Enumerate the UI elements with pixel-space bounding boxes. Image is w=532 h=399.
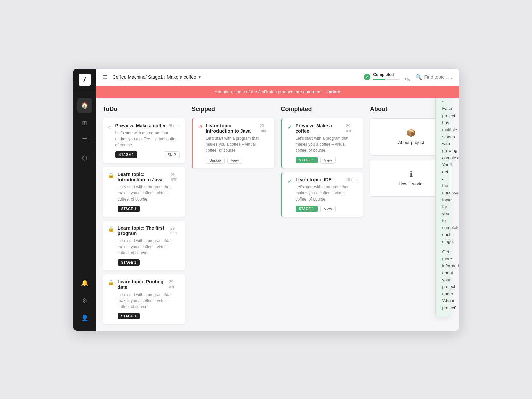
stage-button[interactable]: STAGE 1 [118,259,140,266]
column-skipped: Scipped ↺ Learn topic: Introduction to J… [192,106,274,324]
sidebar-item-settings[interactable]: ⚙ [77,293,92,308]
progress-bar-fill [373,79,385,80]
card-title: Learn topic: Printing data 29 min [118,279,180,290]
card-title-text: Preview: Make a coffee [296,123,346,134]
header: ☰ Coffee Machine/ Stage1 : Make a coffee… [96,69,459,86]
card-desc: Let's start with a program that makes yo… [296,135,358,153]
lock-icon: 🔒 [108,172,114,178]
tooltip-popup: × Yey! The project is selected 😊 . Each … [435,98,449,317]
completed-check-icon: ✓ [364,74,370,80]
breadcrumb: Coffee Machine/ Stage1 : Make a coffee ▼ [113,74,360,80]
card-title: Preview: Make a coffee 29 min [296,123,358,134]
todo-card-4: 🔒 Learn topic: Printing data 29 min Let'… [103,274,185,324]
view-button[interactable]: View [227,157,243,164]
todo-card-3: 🔒 Learn topic: The first program 29 min … [103,221,185,270]
card-actions: STAGE 1 [118,313,180,319]
completed-label: Completed [373,72,410,77]
completed-card-2: ✓ Learn topic: IDE 29 min Let's start wi… [281,172,364,217]
card-title: Learn topic: IDE 29 min [296,177,358,182]
card-content: Preview: Make a coffee 29 min Let's star… [115,123,180,158]
view-button[interactable]: View [320,206,336,212]
alert-message: Attention, some of the JetBrains product… [215,89,322,94]
card-title: Preview: Make a coffee 29 min [115,123,180,128]
main-content: ☰ Coffee Machine/ Stage1 : Make a coffee… [96,69,459,331]
card-actions: STAGE 1 [118,206,180,212]
sidebar-item-home[interactable]: 🏠 [77,98,92,113]
alert-update-link[interactable]: Update [325,89,340,94]
check-icon: ✓ [287,124,292,131]
card-desc: Let's start with a program that makes yo… [206,135,269,153]
card-duration: 29 min [171,172,180,182]
card-title: Learn topic: Introduction to Java 29 min [206,123,269,134]
view-button[interactable]: View [320,157,336,164]
sidebar-item-bell[interactable]: 🔔 [77,276,92,291]
search-placeholder: Find topic . . . [424,74,452,80]
progress-percent: 45% [402,78,410,82]
stage-button[interactable]: STAGE 1 [118,313,140,319]
card-duration: 29 min [170,226,180,235]
lock-icon: 🔒 [108,226,114,232]
about-project-label: About project [398,140,424,145]
breadcrumb-dropdown-icon[interactable]: ▼ [198,75,202,79]
completed-card-1: ✓ Preview: Make a coffee 29 min Let's st… [281,118,364,168]
stage-button[interactable]: STAGE 1 [118,206,140,212]
sidebar-nav: 🏠 ⊞ ☰ ⬡ [77,91,92,276]
skipped-header: Scipped [192,106,274,113]
how-it-works-label: How it works [399,181,424,186]
card-desc: Let's start with a program that makes yo… [115,130,180,148]
sidebar-item-grid[interactable]: ⊞ [77,116,92,130]
todo-card-1: ○ Preview: Make a coffee 29 min Let's st… [103,118,185,163]
sidebar-item-list[interactable]: ☰ [77,133,92,148]
card-duration: 29 min [346,177,358,182]
card-top: 🔒 Learn topic: Introduction to Java 29 m… [108,172,180,212]
card-top: ✓ Learn topic: IDE 29 min Let's start wi… [287,177,358,212]
card-desc: Let's start with a program that makes yo… [296,184,358,202]
card-actions: STAGE 1 SKIP [115,151,180,158]
column-todo: ToDo ○ Preview: Make a coffee 29 min Let [103,106,185,324]
card-desc: Let's start with a program that makes yo… [118,238,180,256]
card-content: Learn topic: Introduction to Java 29 min… [118,172,180,212]
card-title-text: Preview: Make a coffee [115,123,167,128]
card-actions: STAGE 1 [118,259,180,266]
completed-text-block: Completed 45% [373,72,410,82]
card-title-text: Learn topic: IDE [296,177,332,182]
card-title: Learn topic: Introduction to Java 29 min [118,172,180,182]
card-content: Learn topic: IDE 29 min Let's start with… [296,177,358,212]
redo-icon: ↺ [198,124,202,130]
skip-button[interactable]: SKIP [164,151,180,158]
stage-button[interactable]: STAGE 1 [296,206,318,212]
card-top: ↺ Learn topic: Introduction to Java 29 m… [198,123,269,164]
stage-button[interactable]: STAGE 1 [296,157,318,163]
card-title: Learn topic: The first program 29 min [118,225,180,236]
hamburger-icon[interactable]: ☰ [103,74,107,80]
sidebar: / 🏠 ⊞ ☰ ⬡ 🔔 ⚙ 👤 [73,69,96,331]
card-top: ○ Preview: Make a coffee 29 min Let's st… [108,123,180,158]
search-area[interactable]: 🔍 Find topic . . . [415,74,452,80]
sidebar-item-cube[interactable]: ⬡ [77,150,92,165]
card-duration: 29 min [346,124,358,133]
card-title-text: Learn topic: Introduction to Java [206,123,260,134]
info-icon: ℹ [410,170,413,179]
search-icon: 🔍 [415,74,422,80]
sidebar-item-profile[interactable]: 👤 [77,311,92,325]
stage-button[interactable]: STAGE 1 [115,151,138,158]
progress-bar [373,79,400,80]
card-top: 🔒 Learn topic: The first program 29 min … [108,225,180,266]
card-desc: Let's start with a program that makes yo… [118,292,180,310]
lock-icon: 🔒 [108,280,114,286]
logo-icon: / [79,74,91,86]
card-duration: 29 min [260,124,269,133]
header-right: ✓ Completed 45% 🔍 Find topic . . . [364,72,452,82]
todo-cards: ○ Preview: Make a coffee 29 min Let's st… [103,118,185,324]
card-title-text: Learn topic: The first program [118,225,170,236]
card-content: Learn topic: The first program 29 min Le… [118,225,180,266]
alert-banner: Attention, some of the JetBrains product… [96,86,459,98]
unskip-button[interactable]: Unskip [206,157,225,164]
card-content: Preview: Make a coffee 29 min Let's star… [296,123,358,164]
column-completed: Completed ✓ Preview: Make a coffee 29 mi… [281,106,364,324]
breadcrumb-text: Coffee Machine/ Stage1 : Make a coffee [113,74,196,80]
card-desc: Let's start with a program that makes yo… [118,184,180,202]
todo-header: ToDo [103,106,185,113]
card-title-text: Learn topic: Introduction to Java [118,172,171,182]
completed-cards: ✓ Preview: Make a coffee 29 min Let's st… [281,118,364,217]
